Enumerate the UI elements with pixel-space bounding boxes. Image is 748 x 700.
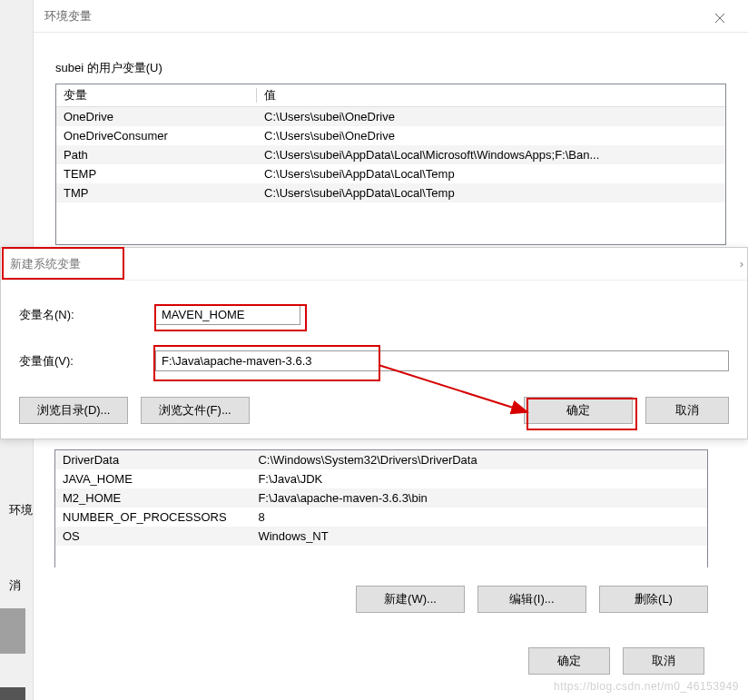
bg-label: 环境 [9,502,33,518]
col-header-value[interactable]: 值 [257,84,725,107]
edit-button[interactable]: 编辑(I)... [477,586,586,613]
new-sysvar-dialog: 新建系统变量 › 变量名(N): MAVEN_HOME 变量值(V): F:\J… [0,247,748,439]
table-row[interactable]: DriverDataC:\Windows\System32\Drivers\Dr… [55,450,707,469]
env-body: subei 的用户变量(U) 变量 值 OneDriveC:\Users\sub… [34,33,748,263]
sub-title: 新建系统变量 [10,256,81,272]
user-vars-table[interactable]: 变量 值 OneDriveC:\Users\subei\OneDrive One… [55,84,726,245]
sub-body: 变量名(N): MAVEN_HOME 变量值(V): F:\Java\apach… [1,281,747,439]
user-vars-label: subei 的用户变量(U) [55,60,726,76]
var-name-label: 变量名(N): [19,307,155,323]
sub-titlebar: 新建系统变量 › [1,248,747,281]
bg-thumb [0,608,25,654]
sys-vars-section: DriverDataC:\Windows\System32\Drivers\Dr… [33,449,730,675]
table-row[interactable]: OneDriveConsumerC:\Users\subei\OneDrive [56,126,725,145]
table-row[interactable]: JAVA_HOMEF:\Java\JDK [55,469,707,488]
browse-file-button[interactable]: 浏览文件(F)... [141,397,250,424]
var-name-input[interactable]: MAVEN_HOME [155,304,300,325]
var-value-input[interactable]: F:\Java\apache-maven-3.6.3 [155,350,729,371]
table-row[interactable]: TEMPC:\Users\subei\AppData\Local\Temp [56,164,725,183]
col-header-variable[interactable]: 变量 [56,84,257,107]
close-icon [714,13,725,24]
env-ok-button[interactable]: 确定 [528,647,610,675]
table-row[interactable]: OSWindows_NT [55,527,707,546]
new-button[interactable]: 新建(W)... [356,586,465,613]
sys-vars-table[interactable]: DriverDataC:\Windows\System32\Drivers\Dr… [54,449,708,567]
table-row[interactable]: TMPC:\Users\subei\AppData\Local\Temp [56,183,725,202]
table-row[interactable]: NUMBER_OF_PROCESSORS8 [55,508,707,527]
cancel-button[interactable]: 取消 [645,397,729,424]
table-row[interactable]: PathC:\Users\subei\AppData\Local\Microso… [56,145,725,164]
sub-more-icon: › [740,257,743,271]
table-row[interactable]: M2_HOMEF:\Java\apache-maven-3.6.3\bin [55,488,707,508]
delete-button[interactable]: 删除(L) [599,586,708,613]
browse-dir-button[interactable]: 浏览目录(D)... [19,397,128,424]
bg-msg: 消 [9,577,21,594]
close-button[interactable] [699,7,741,29]
ok-button[interactable]: 确定 [524,397,633,424]
env-titlebar: 环境变量 [34,0,748,33]
env-cancel-button[interactable]: 取消 [623,647,704,675]
table-row[interactable]: OneDriveC:\Users\subei\OneDrive [56,107,725,127]
env-title: 环境变量 [44,8,92,25]
watermark: https://blog.csdn.net/m0_46153949 [554,680,739,693]
var-value-label: 变量值(V): [19,353,155,370]
bg-thumb2 [0,687,25,700]
